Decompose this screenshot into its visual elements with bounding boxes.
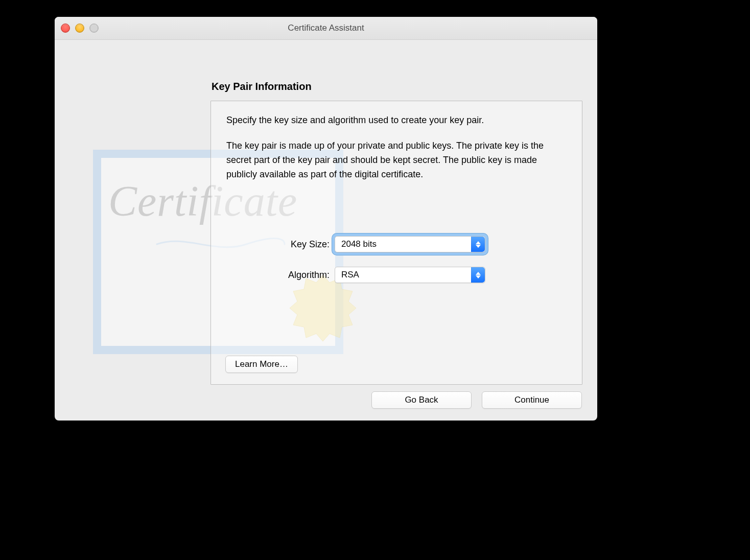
zoom-window-button xyxy=(89,24,99,33)
description-text: The key pair is made up of your private … xyxy=(226,139,567,182)
key-size-value: 2048 bits xyxy=(335,239,471,249)
content-area: Key Pair Information Specify the key siz… xyxy=(210,81,582,385)
svg-marker-4 xyxy=(476,275,481,278)
window-title: Certificate Assistant xyxy=(288,23,364,33)
algorithm-label: Algorithm: xyxy=(211,270,335,281)
algorithm-value: RSA xyxy=(335,270,471,280)
key-size-label: Key Size: xyxy=(211,239,335,250)
algorithm-row: Algorithm: RSA xyxy=(211,265,582,285)
svg-marker-2 xyxy=(476,245,481,248)
svg-marker-1 xyxy=(476,241,481,244)
minimize-window-button[interactable] xyxy=(75,24,84,33)
window-body: Certificate Key Pair Information Specify… xyxy=(55,40,597,421)
close-window-button[interactable] xyxy=(61,24,70,33)
algorithm-popup[interactable]: RSA xyxy=(335,267,485,283)
continue-button[interactable]: Continue xyxy=(482,391,582,409)
updown-arrows-icon xyxy=(471,267,485,283)
content-panel: Specify the key size and algorithm used … xyxy=(210,101,582,385)
learn-more-button[interactable]: Learn More… xyxy=(225,356,298,373)
svg-marker-3 xyxy=(476,272,481,275)
key-pair-form: Key Size: 2048 bits A xyxy=(211,234,582,295)
certificate-assistant-window: Certificate Assistant Certificate Key Pa… xyxy=(55,17,597,421)
key-size-popup[interactable]: 2048 bits xyxy=(335,236,485,252)
footer-buttons: Go Back Continue xyxy=(371,391,582,409)
intro-text: Specify the key size and algorithm used … xyxy=(226,113,567,128)
go-back-button[interactable]: Go Back xyxy=(371,391,472,409)
window-controls xyxy=(61,24,99,33)
section-title: Key Pair Information xyxy=(212,81,582,92)
titlebar: Certificate Assistant xyxy=(55,17,597,40)
key-size-row: Key Size: 2048 bits xyxy=(211,234,582,254)
updown-arrows-icon xyxy=(471,237,485,252)
